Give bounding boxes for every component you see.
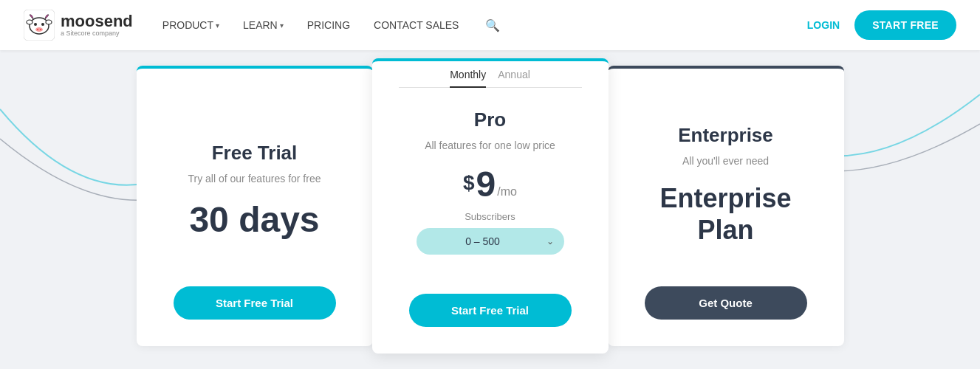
svg-point-3 [46,20,52,24]
login-button[interactable]: LOGIN [807,19,840,31]
svg-point-5 [41,23,44,26]
enterprise-title: Enterprise [678,124,773,147]
nav-contact-sales[interactable]: CONTACT SALES [374,19,459,31]
pro-price-period: /mo [497,186,517,198]
svg-point-6 [35,27,43,32]
pro-desc: All features for one low price [425,139,555,154]
nav-links: PRODUCT ▾ LEARN ▾ PRICING CONTACT SALES … [162,18,807,32]
product-arrow-icon: ▾ [216,21,219,30]
pro-card: Monthly Annual Pro All features for one … [372,58,609,354]
svg-point-8 [40,29,41,30]
nav-product[interactable]: PRODUCT ▾ [162,19,219,31]
navbar: moosend a Sitecore company PRODUCT ▾ LEA… [0,0,980,50]
free-trial-desc: Try all of our features for free [188,172,321,187]
enterprise-desc: All you'll ever need [682,154,769,169]
enterprise-card: Enterprise All you'll ever need Enterpri… [608,66,844,346]
pro-cta-button[interactable]: Start Free Trial [409,294,572,327]
enterprise-plan-label: Enterprise Plan [634,182,818,246]
svg-point-7 [37,29,38,30]
logo-subtitle: a Sitecore company [61,30,133,38]
tab-monthly[interactable]: Monthly [450,69,486,88]
cards-container: Free Trial Try all of our features for f… [121,66,860,354]
moosend-logo-icon [24,10,55,41]
subscribers-select-wrapper: 0 – 500 501 – 1000 1001 – 2000 2001 – 50… [417,228,564,255]
free-trial-title: Free Trial [212,142,298,165]
nav-pricing[interactable]: PRICING [307,19,350,31]
nav-right: LOGIN START FREE [807,10,956,40]
svg-point-2 [27,20,32,24]
logo-name: moosend [61,13,133,30]
nav-learn[interactable]: LEARN ▾ [243,19,284,31]
search-icon[interactable]: 🔍 [485,18,500,32]
pro-title: Pro [474,108,506,131]
pro-price-symbol: $ [463,173,475,193]
free-trial-duration: 30 days [189,199,319,240]
subscribers-select[interactable]: 0 – 500 501 – 1000 1001 – 2000 2001 – 50… [417,228,564,255]
svg-point-4 [34,23,37,26]
start-free-button[interactable]: START FREE [854,10,956,40]
learn-arrow-icon: ▾ [280,21,284,30]
free-trial-cta-button[interactable]: Start Free Trial [174,286,336,320]
free-trial-card: Free Trial Try all of our features for f… [137,66,373,346]
enterprise-cta-button[interactable]: Get Quote [645,286,807,320]
logo-area[interactable]: moosend a Sitecore company [24,10,133,41]
pro-price-amount: 9 [476,167,496,202]
pro-price: $ 9 /mo [463,167,517,202]
pricing-section: Free Trial Try all of our features for f… [0,50,980,369]
subscribers-label: Subscribers [465,211,515,222]
tab-annual[interactable]: Annual [498,69,530,88]
billing-tabs: Monthly Annual [399,69,582,88]
